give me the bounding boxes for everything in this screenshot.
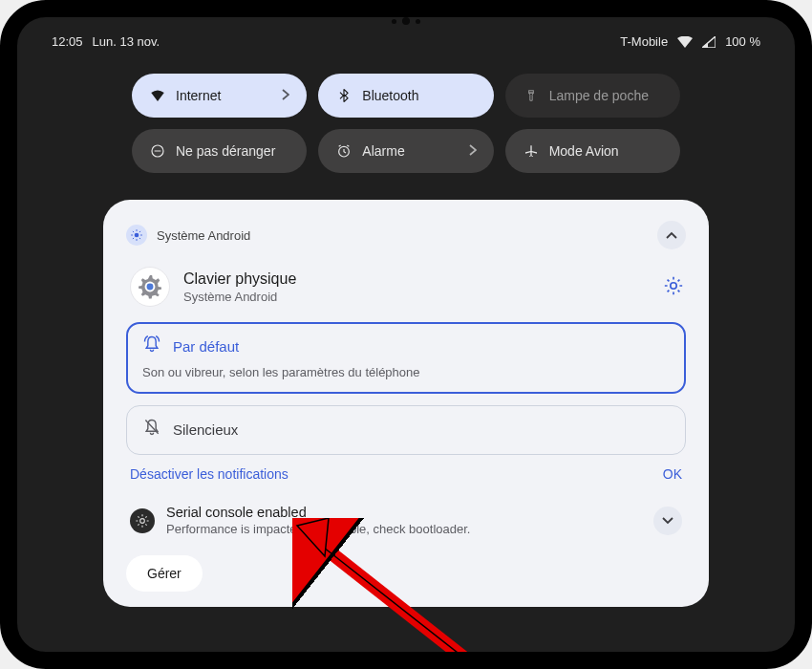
disable-notifications-link[interactable]: Désactiver les notifications bbox=[130, 466, 288, 482]
qs-tile-label: Bluetooth bbox=[362, 88, 418, 103]
notification-settings-button[interactable] bbox=[663, 275, 686, 298]
expand-button[interactable] bbox=[653, 507, 682, 535]
qs-tile-label: Internet bbox=[176, 88, 221, 103]
ok-button[interactable]: OK bbox=[663, 466, 682, 482]
gear-icon bbox=[130, 508, 155, 533]
notification-shade: Système Android Clavier physique Système… bbox=[103, 200, 709, 607]
chevron-right-icon bbox=[282, 88, 289, 103]
flashlight-icon bbox=[523, 87, 540, 104]
notification-title: Clavier physique bbox=[183, 270, 650, 288]
option-description: Son ou vibreur, selon les paramètres du … bbox=[142, 365, 670, 379]
svg-point-7 bbox=[147, 284, 154, 291]
notification-subtitle: Système Android bbox=[183, 290, 650, 304]
status-carrier: T-Mobile bbox=[620, 34, 668, 49]
alarm-icon bbox=[335, 142, 353, 160]
qs-tile-bluetooth[interactable]: Bluetooth bbox=[318, 74, 493, 118]
option-label: Par défaut bbox=[173, 338, 239, 355]
bluetooth-icon bbox=[335, 87, 353, 104]
status-battery: 100 % bbox=[725, 34, 760, 49]
qs-tile-airplane[interactable]: Mode Avion bbox=[505, 129, 680, 173]
gear-icon bbox=[138, 274, 162, 299]
qs-tile-alarm[interactable]: Alarme bbox=[318, 129, 493, 173]
quick-settings-grid: Internet Bluetooth Lampe de poche Ne pas… bbox=[17, 56, 795, 200]
status-time: 12:05 bbox=[52, 34, 83, 49]
qs-tile-internet[interactable]: Internet bbox=[132, 74, 307, 118]
chevron-up-icon bbox=[666, 231, 677, 239]
wifi-icon bbox=[677, 36, 693, 48]
notification-subtitle: Performance is impacted. To disable, che… bbox=[166, 522, 642, 536]
qs-tile-label: Ne pas déranger bbox=[176, 143, 275, 159]
option-label: Silencieux bbox=[173, 421, 238, 438]
svg-point-10 bbox=[140, 518, 145, 523]
camera-notch bbox=[349, 13, 463, 29]
qs-tile-dnd[interactable]: Ne pas déranger bbox=[132, 129, 307, 173]
wifi-icon bbox=[149, 87, 166, 104]
airplane-icon bbox=[523, 142, 540, 160]
cellular-icon bbox=[702, 36, 716, 48]
svg-point-8 bbox=[671, 283, 676, 289]
svg-point-4 bbox=[135, 233, 139, 238]
manage-button[interactable]: Gérer bbox=[126, 555, 203, 592]
option-default[interactable]: Par défaut Son ou vibreur, selon les par… bbox=[126, 322, 686, 394]
chevron-down-icon bbox=[662, 517, 673, 525]
option-silent[interactable]: Silencieux bbox=[126, 405, 686, 455]
notification-large-icon bbox=[130, 267, 170, 307]
status-date: Lun. 13 nov. bbox=[93, 34, 160, 49]
qs-tile-label: Mode Avion bbox=[549, 143, 619, 159]
chevron-right-icon bbox=[469, 143, 477, 159]
notification-app-name: Système Android bbox=[157, 228, 648, 243]
notification-title: Serial console enabled bbox=[166, 505, 642, 520]
qs-tile-label: Lampe de poche bbox=[549, 88, 649, 103]
gear-icon bbox=[663, 275, 684, 296]
qs-tile-label: Alarme bbox=[362, 143, 404, 159]
qs-tile-torch[interactable]: Lampe de poche bbox=[505, 74, 680, 118]
notification-item-serial-console[interactable]: Serial console enabled Performance is im… bbox=[126, 501, 686, 551]
bell-off-icon bbox=[142, 418, 161, 441]
app-icon-system bbox=[126, 225, 147, 246]
collapse-button[interactable] bbox=[657, 221, 686, 249]
dnd-icon bbox=[149, 142, 166, 160]
bell-ring-icon bbox=[142, 334, 161, 357]
